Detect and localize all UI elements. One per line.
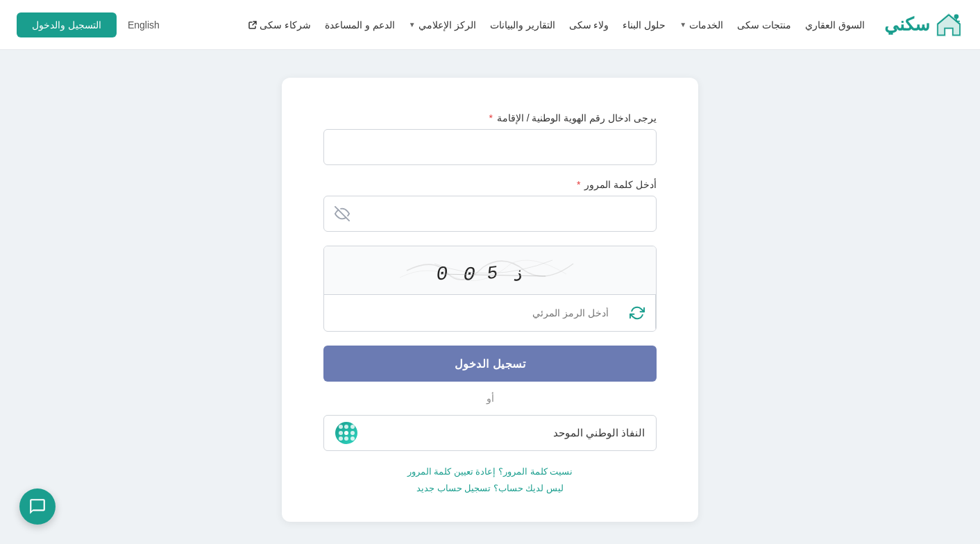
nav-services-dropdown[interactable]: الخدمات ▼: [679, 19, 723, 31]
nav-services-label: الخدمات: [689, 19, 723, 31]
national-access-button[interactable]: النفاذ الوطني الموحد: [323, 415, 657, 451]
nav-media-center-label: الركز الإعلامي: [419, 19, 476, 31]
password-wrapper: [323, 196, 657, 232]
captcha-input-row: [324, 295, 656, 331]
captcha-svg: 0 0 5 ذ: [393, 250, 587, 291]
password-label: أدخل كلمة المرور *: [323, 179, 657, 190]
id-form-group: يرجى ادخال رقم الهوية الوطنية / الإقامة …: [323, 112, 657, 165]
nafath-dots: [338, 425, 355, 441]
chat-bubble-button[interactable]: [19, 488, 56, 525]
toggle-password-button[interactable]: [332, 203, 353, 224]
svg-point-0: [954, 14, 959, 19]
language-switcher[interactable]: English: [128, 19, 160, 31]
nav-sakani-products[interactable]: منتجات سكى: [737, 19, 791, 31]
nav-reports-data[interactable]: التقارير والبيانات: [490, 19, 555, 31]
bottom-links: نسيت كلمة المرور؟ إعادة تعيين كلمة المرو…: [323, 465, 657, 494]
nav-links: السوق العقاري منتجات سكى الخدمات ▼ حلول …: [248, 19, 865, 31]
nav-support-help[interactable]: الدعم و المساعدة: [325, 19, 395, 31]
navbar-right: سكني السوق العقاري منتجات سكى الخدمات ▼ …: [248, 12, 963, 38]
or-divider: أو: [323, 393, 657, 404]
nav-media-center-dropdown[interactable]: الركز الإعلامي ▼: [409, 19, 476, 31]
chevron-down-icon: ▼: [679, 21, 686, 28]
register-login-button[interactable]: التسجيل والدخول: [17, 12, 117, 37]
external-link-icon: [248, 21, 257, 29]
captcha-container: 0 0 5 ذ: [323, 246, 657, 332]
main-content: يرجى ادخال رقم الهوية الوطنية / الإقامة …: [0, 50, 980, 544]
captcha-input[interactable]: [324, 295, 618, 331]
id-input[interactable]: [323, 129, 657, 165]
id-required-star: *: [489, 112, 492, 124]
password-required-star: *: [577, 179, 580, 190]
logo-text: سكني: [884, 14, 930, 35]
register-new-account-link[interactable]: ليس لديك حساب؟ تسجيل حساب جديد: [416, 483, 564, 493]
login-submit-button[interactable]: تسجيل الدخول: [323, 346, 657, 382]
navbar-left: English التسجيل والدخول: [17, 12, 160, 37]
national-access-label: النفاذ الوطني الموحد: [553, 427, 645, 439]
eye-off-icon: [335, 206, 350, 221]
password-form-group: أدخل كلمة المرور *: [323, 179, 657, 232]
navbar: سكني السوق العقاري منتجات سكى الخدمات ▼ …: [0, 0, 980, 50]
nafath-icon: [335, 422, 357, 444]
id-label: يرجى ادخال رقم الهوية الوطنية / الإقامة …: [323, 112, 657, 124]
password-input[interactable]: [323, 196, 657, 232]
forgot-password-link[interactable]: نسيت كلمة المرور؟ إعادة تعيين كلمة المرو…: [407, 466, 573, 477]
captcha-refresh-button[interactable]: [618, 295, 656, 331]
nav-sakani-partners[interactable]: شركاء سكى: [248, 19, 311, 31]
nav-sakani-loyalty[interactable]: ولاء سكى: [569, 19, 609, 31]
captcha-image: 0 0 5 ذ: [324, 246, 656, 295]
login-card: يرجى ادخال رقم الهوية الوطنية / الإقامة …: [282, 78, 698, 522]
refresh-icon: [630, 305, 645, 321]
chat-icon: [28, 498, 47, 516]
chevron-down-icon-2: ▼: [409, 21, 416, 28]
nav-construction-solutions[interactable]: حلول البناء: [623, 19, 666, 31]
logo[interactable]: سكني: [884, 12, 963, 38]
nav-real-estate-market[interactable]: السوق العقاري: [805, 19, 865, 31]
